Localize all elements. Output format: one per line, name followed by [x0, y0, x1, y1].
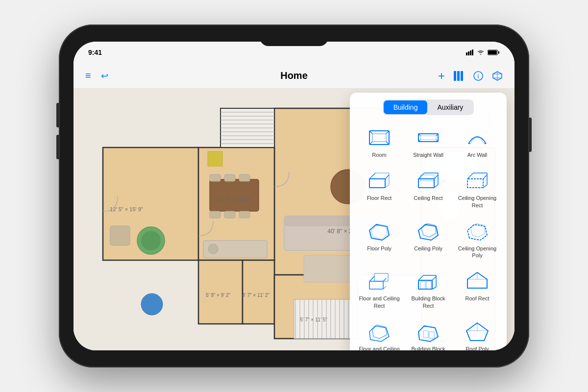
floor-poly-label: Floor Poly: [367, 245, 392, 252]
svg-line-122: [418, 275, 423, 280]
svg-line-118: [383, 278, 386, 281]
svg-text:5' 7" × 11' 5": 5' 7" × 11' 5": [300, 317, 327, 322]
volume-down-button[interactable]: [56, 135, 59, 159]
svg-rect-137: [429, 332, 434, 339]
svg-rect-116: [369, 281, 383, 289]
shape-item-floor-ceiling-rect[interactable]: Floor and Ceiling Rect: [356, 266, 403, 312]
floor-rect-icon: [367, 169, 392, 193]
svg-rect-97: [418, 179, 434, 188]
nav-bar: ≡ ↩ Home + i: [74, 63, 514, 89]
floor-ceiling-rect-label: Floor and Ceiling Rect: [358, 295, 401, 309]
undo-button[interactable]: ↩: [101, 71, 108, 81]
straight-wall-label: Straight Wall: [413, 151, 443, 158]
svg-rect-0: [466, 52, 467, 55]
phone-screen: 9:41: [74, 42, 514, 350]
shape-item-building-block-poly[interactable]: Building Block Poly: [405, 316, 452, 350]
svg-rect-47: [110, 226, 130, 245]
shape-item-ceiling-opening-poly[interactable]: Ceiling Opening Poly: [454, 216, 501, 262]
segment-control: Building Auxiliary: [383, 99, 474, 115]
battery-icon: [488, 49, 500, 55]
svg-marker-110: [369, 224, 389, 240]
auxiliary-tab[interactable]: Auxiliary: [427, 100, 473, 114]
svg-rect-84: [420, 136, 436, 140]
shape-item-building-block-rect[interactable]: Building Block Rect: [405, 266, 452, 312]
svg-line-102: [434, 185, 438, 188]
shape-item-ceiling-opening-rect[interactable]: Ceiling Opening Rect: [454, 165, 501, 212]
power-button[interactable]: [529, 118, 532, 152]
nav-left-buttons: ≡ ↩: [85, 70, 108, 81]
roof-rect-icon: [465, 270, 490, 293]
svg-rect-55: [239, 211, 250, 218]
shape-item-ceiling-poly[interactable]: Ceiling Poly: [405, 216, 452, 262]
svg-line-96: [385, 185, 389, 188]
menu-button[interactable]: ≡: [85, 70, 91, 81]
svg-line-92: [369, 173, 375, 179]
add-button[interactable]: +: [438, 69, 445, 83]
svg-rect-9: [461, 71, 463, 81]
svg-text:4' 7" × 11' 2": 4' 7" × 11' 2": [242, 293, 270, 298]
svg-rect-83: [418, 134, 438, 142]
ceiling-poly-label: Ceiling Poly: [414, 245, 442, 252]
library-icon[interactable]: [454, 71, 465, 81]
floor-ceiling-rect-icon: [367, 270, 392, 293]
svg-rect-119: [374, 273, 388, 281]
ceiling-rect-icon: [416, 169, 441, 193]
volume-up-button[interactable]: [56, 103, 59, 127]
shape-item-straight-wall[interactable]: Straight Wall: [405, 122, 452, 161]
svg-rect-104: [467, 179, 483, 188]
svg-text:i: i: [478, 73, 479, 80]
svg-rect-5: [498, 51, 499, 54]
status-bar: 9:41: [74, 42, 514, 63]
shape-item-floor-poly[interactable]: Floor Poly: [356, 216, 403, 262]
shape-item-floor-rect[interactable]: Floor Rect: [356, 165, 403, 212]
building-block-poly-label: Building Block Poly: [407, 345, 450, 350]
straight-wall-icon: [416, 126, 441, 149]
svg-text:5' 9" × 9' 2": 5' 9" × 9' 2": [206, 293, 231, 298]
ceiling-poly-icon: [416, 220, 441, 243]
svg-rect-6: [488, 50, 497, 54]
shape-item-roof-poly[interactable]: Roof Poly: [454, 316, 501, 350]
svg-line-123: [432, 276, 436, 280]
shape-item-arc-wall[interactable]: Arc Wall: [454, 122, 501, 161]
ceiling-opening-rect-icon: [465, 169, 490, 193]
svg-rect-49: [210, 179, 259, 211]
building-tab[interactable]: Building: [384, 100, 428, 114]
svg-rect-17: [243, 260, 274, 324]
status-time: 9:41: [88, 49, 102, 56]
floor-plan-area[interactable]: 12' 5" × 15' 9" 15' 2" × 18' 0" 40' 8" ×…: [74, 89, 514, 350]
shape-picker-panel: Building Auxiliary: [350, 93, 507, 350]
floor-poly-icon: [367, 220, 392, 243]
svg-rect-62: [208, 151, 222, 166]
svg-marker-132: [369, 326, 389, 342]
shape-item-floor-ceiling-poly[interactable]: Floor and Ceiling Poly: [356, 316, 403, 350]
roof-poly-icon: [465, 320, 490, 343]
svg-line-106: [483, 175, 487, 179]
ceiling-rect-label: Ceiling Rect: [414, 195, 442, 201]
wifi-icon: [477, 49, 485, 55]
building-block-rect-icon: [416, 270, 441, 293]
floor-ceiling-poly-icon: [367, 320, 392, 343]
shape-item-ceiling-rect[interactable]: Ceiling Rect: [405, 165, 452, 212]
svg-line-120: [383, 286, 386, 289]
page-title: Home: [280, 70, 308, 81]
view3d-icon[interactable]: [492, 71, 503, 81]
room-icon: [367, 126, 392, 149]
building-block-rect-label: Building Block Rect: [407, 295, 450, 309]
svg-line-98: [418, 173, 424, 179]
svg-rect-91: [369, 179, 385, 188]
ceiling-opening-poly-icon: [465, 220, 490, 243]
svg-rect-8: [457, 71, 460, 81]
svg-point-57: [208, 244, 218, 254]
building-block-poly-icon: [416, 320, 441, 343]
svg-line-99: [434, 175, 438, 179]
shape-item-roof-rect[interactable]: Roof Rect: [454, 266, 501, 312]
svg-marker-111: [371, 225, 387, 239]
arc-wall-label: Arc Wall: [467, 151, 488, 158]
info-icon[interactable]: i: [473, 71, 483, 81]
svg-rect-1: [468, 51, 469, 55]
svg-line-117: [369, 276, 374, 281]
svg-rect-51: [224, 174, 235, 181]
shape-item-room[interactable]: Room: [356, 122, 403, 161]
svg-rect-52: [239, 174, 250, 181]
phone-frame: 9:41: [59, 24, 529, 368]
